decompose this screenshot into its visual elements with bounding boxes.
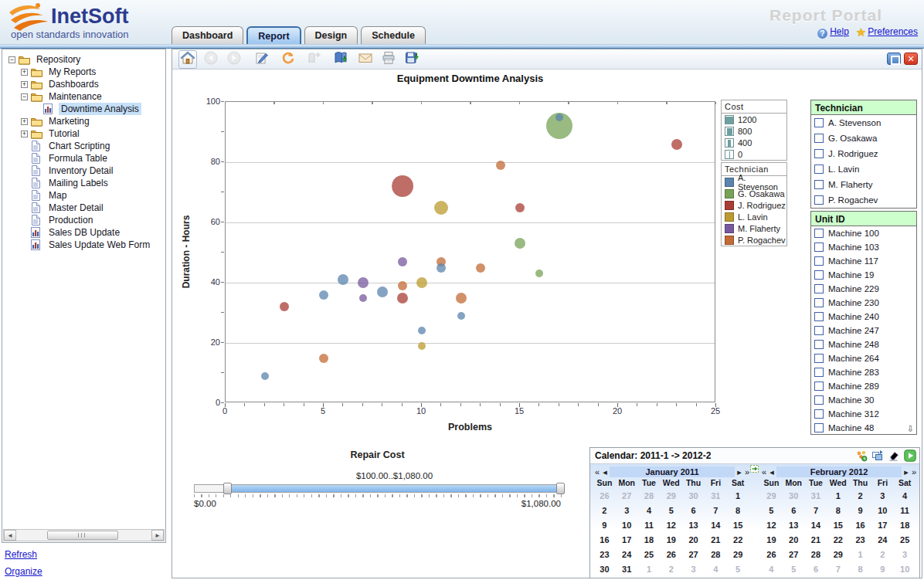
calendar-day[interactable]: 10 bbox=[616, 518, 638, 533]
checkbox-checked[interactable] bbox=[814, 326, 824, 335]
calendar-day[interactable]: 6 bbox=[682, 504, 705, 518]
expand-icon[interactable]: + bbox=[21, 131, 28, 137]
collapse-icon[interactable]: − bbox=[8, 56, 15, 63]
calendar-day[interactable]: 29 bbox=[827, 548, 849, 562]
calendar-day[interactable]: 10 bbox=[894, 562, 916, 577]
tab-schedule[interactable]: Schedule bbox=[361, 26, 426, 44]
calendar-day[interactable]: 27 bbox=[682, 548, 705, 562]
calendar-day[interactable]: 13 bbox=[783, 518, 805, 533]
refresh-button[interactable] bbox=[279, 50, 297, 69]
calendar-day[interactable]: 14 bbox=[705, 518, 727, 533]
calendar-day[interactable]: 2 bbox=[593, 504, 616, 518]
checkbox-checked[interactable] bbox=[814, 298, 824, 307]
checkbox-checked[interactable] bbox=[814, 229, 824, 238]
tree-item-inventory-detail[interactable]: Inventory Detail bbox=[2, 165, 165, 177]
checkbox-checked[interactable] bbox=[814, 195, 824, 205]
unit-id-filter-item-machine-230[interactable]: Machine 230 bbox=[811, 296, 916, 310]
checkbox-checked[interactable] bbox=[814, 118, 824, 127]
calendar-day[interactable]: 30 bbox=[682, 489, 705, 504]
calendar-day[interactable]: 2 bbox=[849, 489, 871, 504]
scrollbar-thumb[interactable] bbox=[47, 531, 118, 540]
slider-min-handle[interactable] bbox=[223, 483, 232, 494]
calendar-day[interactable]: 24 bbox=[616, 548, 638, 562]
restore-window-button[interactable] bbox=[887, 53, 901, 65]
tab-design[interactable]: Design bbox=[304, 26, 358, 44]
unit-list-scroll-down-icon[interactable]: ⇩ bbox=[907, 424, 914, 434]
calendar-day[interactable]: 5 bbox=[660, 504, 682, 518]
expand-icon[interactable]: + bbox=[21, 69, 28, 76]
checkbox-checked[interactable] bbox=[814, 312, 824, 321]
tab-report[interactable]: Report bbox=[246, 26, 301, 44]
multi-calendar-icon[interactable] bbox=[855, 449, 868, 462]
calendar-day[interactable]: 8 bbox=[849, 562, 871, 577]
calendar-day[interactable]: 25 bbox=[894, 533, 916, 548]
next-month-arrow[interactable]: ▸ bbox=[735, 466, 743, 477]
tree-item-master-detail[interactable]: Master Detail bbox=[2, 202, 165, 214]
calendar-day[interactable]: 12 bbox=[760, 518, 783, 533]
scroll-right-button[interactable]: ► bbox=[151, 530, 164, 541]
checkbox-checked[interactable] bbox=[814, 243, 824, 252]
tree-item-repository[interactable]: −Repository bbox=[2, 53, 165, 66]
tree-item-my-reports[interactable]: +My Reports bbox=[2, 66, 165, 78]
calendar-day[interactable]: 16 bbox=[849, 518, 871, 533]
repair-cost-slider-track[interactable] bbox=[194, 484, 561, 493]
calendar-day[interactable]: 6 bbox=[805, 562, 827, 577]
calendar-day[interactable]: 23 bbox=[849, 533, 871, 548]
calendar-day[interactable]: 3 bbox=[682, 562, 705, 577]
calendar-day[interactable]: 21 bbox=[705, 533, 727, 548]
calendar-day[interactable]: 1 bbox=[638, 562, 661, 577]
tree-item-sales-db-update[interactable]: Sales DB Update bbox=[2, 226, 165, 239]
unit-id-filter-item-machine-247[interactable]: Machine 247 bbox=[811, 324, 916, 337]
prev-year-arrow[interactable]: « bbox=[593, 466, 601, 477]
help-link[interactable]: Help bbox=[830, 26, 849, 37]
unit-id-filter-item-machine-48[interactable]: Machine 48 bbox=[811, 421, 916, 435]
scroll-left-button[interactable]: ◄ bbox=[4, 530, 16, 541]
calendar-day[interactable]: 24 bbox=[871, 533, 894, 548]
sidebar-horizontal-scrollbar[interactable]: ◄ ► bbox=[3, 529, 165, 541]
unit-id-filter-item-machine-117[interactable]: Machine 117 bbox=[811, 254, 916, 268]
calendar-day[interactable]: 26 bbox=[660, 548, 682, 562]
calendar-day[interactable]: 2 bbox=[660, 562, 682, 577]
calendar-day[interactable]: 3 bbox=[616, 504, 638, 518]
calendar-day[interactable]: 31 bbox=[705, 489, 727, 504]
calendar-day[interactable]: 5 bbox=[760, 504, 783, 518]
tree-item-maintenance[interactable]: −Maintenance bbox=[2, 90, 165, 103]
calendar-day[interactable]: 26 bbox=[593, 489, 616, 504]
checkbox-checked[interactable] bbox=[814, 256, 824, 266]
tree-item-sales-update-web-form[interactable]: Sales Update Web Form bbox=[2, 239, 165, 251]
calendar-day[interactable]: 9 bbox=[849, 504, 871, 518]
calendar-day[interactable]: 29 bbox=[727, 548, 749, 562]
checkbox-checked[interactable] bbox=[814, 180, 824, 189]
tree-item-dashboards[interactable]: +Dashboards bbox=[2, 78, 165, 90]
calendar-day[interactable]: 16 bbox=[593, 533, 616, 548]
print-button[interactable] bbox=[379, 50, 398, 69]
preferences-link[interactable]: Preferences bbox=[868, 26, 918, 37]
clear-icon[interactable] bbox=[888, 449, 900, 462]
prev-month-arrow[interactable]: ◂ bbox=[768, 466, 776, 477]
tree-item-downtime-analysis[interactable]: Downtime Analysis bbox=[2, 103, 165, 115]
export-button[interactable] bbox=[403, 50, 421, 69]
email-button[interactable] bbox=[356, 50, 375, 69]
calendar-day[interactable]: 30 bbox=[783, 489, 805, 504]
apply-icon[interactable] bbox=[904, 449, 916, 462]
refresh-link[interactable]: Refresh bbox=[5, 549, 37, 560]
tree-item-production[interactable]: Production bbox=[2, 214, 165, 226]
next-year-arrow[interactable]: » bbox=[743, 466, 751, 477]
checkbox-checked[interactable] bbox=[814, 165, 824, 174]
expand-icon[interactable]: + bbox=[21, 81, 28, 88]
calendar-day[interactable]: 7 bbox=[827, 562, 849, 577]
calendar-day[interactable]: 1 bbox=[827, 489, 849, 504]
calendar-day[interactable]: 18 bbox=[638, 533, 661, 548]
checkbox-checked[interactable] bbox=[814, 149, 824, 158]
calendar-day[interactable]: 18 bbox=[894, 518, 916, 533]
calendar-day[interactable]: 21 bbox=[805, 533, 827, 548]
calendar-day[interactable]: 19 bbox=[660, 533, 682, 548]
calendar-day[interactable]: 3 bbox=[871, 489, 894, 504]
unit-id-filter-item-machine-100[interactable]: Machine 100 bbox=[811, 226, 916, 240]
calendar-day[interactable]: 4 bbox=[760, 562, 783, 577]
next-month-arrow[interactable]: ▸ bbox=[902, 466, 910, 477]
prev-month-arrow[interactable]: ◂ bbox=[601, 466, 609, 477]
calendar-day[interactable]: 28 bbox=[805, 548, 827, 562]
calendar-day[interactable]: 8 bbox=[727, 504, 749, 518]
unit-id-filter-item-machine-248[interactable]: Machine 248 bbox=[811, 337, 916, 351]
